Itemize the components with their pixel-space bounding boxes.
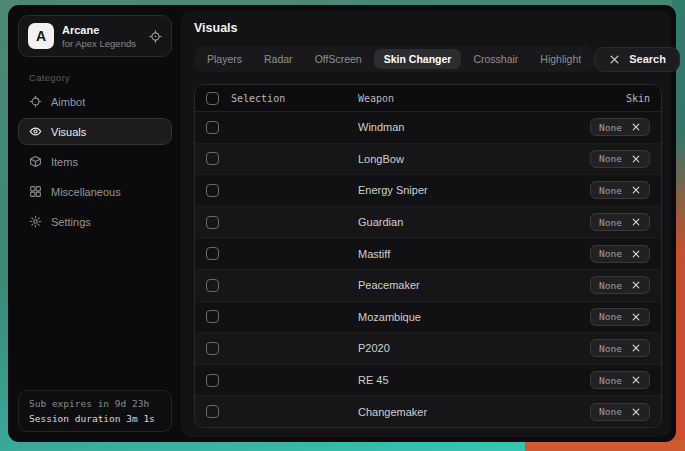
row-checkbox[interactable]	[206, 342, 219, 355]
table-header-row: Selection Weapon Skin	[195, 85, 661, 112]
sidebar-nav: Aimbot Visuals Items Miscellaneous Setti…	[18, 88, 172, 235]
skin-badge[interactable]: None	[590, 339, 650, 357]
sidebar-item-label: Aimbot	[51, 96, 85, 108]
column-header-weapon: Weapon	[358, 93, 626, 104]
column-header-skin: Skin	[626, 93, 650, 104]
weapon-name: Guardian	[358, 216, 403, 228]
app-name: Arcane	[62, 24, 141, 36]
table-row[interactable]: RE 45 None	[195, 364, 661, 396]
tab-bar: PlayersRadarOffScreenSkin ChangerCrossha…	[194, 46, 594, 72]
skin-value: None	[599, 217, 622, 228]
clear-skin-icon[interactable]	[631, 185, 641, 195]
clear-skin-icon[interactable]	[631, 312, 641, 322]
box-icon	[29, 155, 42, 168]
table-row[interactable]: Peacemaker None	[195, 269, 661, 301]
tab-highlight[interactable]: Highlight	[530, 49, 591, 69]
table-row[interactable]: Mozambique None	[195, 301, 661, 333]
row-checkbox[interactable]	[206, 121, 219, 134]
table-row[interactable]: Changemaker None	[195, 395, 661, 427]
skin-badge[interactable]: None	[590, 308, 650, 326]
row-checkbox[interactable]	[206, 310, 219, 323]
row-checkbox[interactable]	[206, 405, 219, 418]
skin-value: None	[599, 375, 622, 386]
sub-expiry-text: Sub expires in 9d 23h	[29, 398, 161, 409]
select-all-checkbox[interactable]	[206, 92, 219, 105]
skin-badge[interactable]: None	[590, 371, 650, 389]
toolbar: PlayersRadarOffScreenSkin ChangerCrossha…	[194, 46, 662, 72]
skin-badge[interactable]: None	[590, 150, 650, 168]
table-row[interactable]: Energy Sniper None	[195, 174, 661, 206]
skin-value: None	[599, 280, 622, 291]
skin-badge[interactable]: None	[590, 276, 650, 294]
sidebar-item-miscellaneous[interactable]: Miscellaneous	[18, 178, 172, 205]
app-logo: A	[28, 23, 54, 49]
sidebar-item-label: Visuals	[51, 126, 86, 138]
clear-skin-icon[interactable]	[631, 375, 641, 385]
gear-icon	[29, 215, 42, 228]
column-header-selection: Selection	[231, 93, 285, 104]
skin-value: None	[599, 406, 622, 417]
tab-skin-changer[interactable]: Skin Changer	[374, 49, 462, 69]
search-icon	[608, 53, 621, 66]
sidebar-item-aimbot[interactable]: Aimbot	[18, 88, 172, 115]
skin-value: None	[599, 343, 622, 354]
skin-badge[interactable]: None	[590, 181, 650, 199]
row-checkbox[interactable]	[206, 279, 219, 292]
tab-players[interactable]: Players	[197, 49, 252, 69]
sidebar-item-visuals[interactable]: Visuals	[18, 118, 172, 145]
table-body: Windman None LongBow None Energy Sniper …	[195, 112, 661, 427]
table-row[interactable]: Windman None	[195, 112, 661, 143]
eye-icon	[29, 125, 42, 138]
clear-skin-icon[interactable]	[631, 154, 641, 164]
search-button-label: Search	[629, 53, 666, 65]
tab-crosshair[interactable]: Crosshair	[463, 49, 528, 69]
clear-skin-icon[interactable]	[631, 343, 641, 353]
tab-offscreen[interactable]: OffScreen	[305, 49, 372, 69]
weapon-name: Changemaker	[358, 406, 427, 418]
search-button[interactable]: Search	[594, 47, 680, 72]
session-duration-text: Session duration 3m 1s	[29, 413, 161, 424]
main-panel: Visuals PlayersRadarOffScreenSkin Change…	[181, 10, 671, 437]
sidebar-item-label: Settings	[51, 216, 91, 228]
weapon-name: RE 45	[358, 374, 389, 386]
app-window: A Arcane for Apex Legends Category Aimbo…	[8, 5, 676, 442]
table-row[interactable]: Mastiff None	[195, 237, 661, 269]
row-checkbox[interactable]	[206, 152, 219, 165]
row-checkbox[interactable]	[206, 247, 219, 260]
clear-skin-icon[interactable]	[631, 280, 641, 290]
weapon-name: Peacemaker	[358, 279, 420, 291]
skin-badge[interactable]: None	[590, 213, 650, 231]
weapon-name: Mastiff	[358, 248, 390, 260]
table-row[interactable]: Guardian None	[195, 206, 661, 238]
skin-badge[interactable]: None	[590, 403, 650, 421]
clear-skin-icon[interactable]	[631, 122, 641, 132]
skin-value: None	[599, 122, 622, 133]
tab-radar[interactable]: Radar	[254, 49, 303, 69]
app-titles: Arcane for Apex Legends	[62, 24, 141, 49]
clear-skin-icon[interactable]	[631, 407, 641, 417]
row-checkbox[interactable]	[206, 374, 219, 387]
weapon-name: Mozambique	[358, 311, 421, 323]
sidebar-item-settings[interactable]: Settings	[18, 208, 172, 235]
row-checkbox[interactable]	[206, 184, 219, 197]
table-row[interactable]: LongBow None	[195, 143, 661, 175]
skin-changer-table: Selection Weapon Skin Windman None LongB…	[194, 84, 662, 428]
table-row[interactable]: P2020 None	[195, 332, 661, 364]
target-icon[interactable]	[149, 30, 162, 43]
sidebar-item-label: Miscellaneous	[51, 186, 121, 198]
skin-badge[interactable]: None	[590, 245, 650, 263]
clear-skin-icon[interactable]	[631, 249, 641, 259]
skin-value: None	[599, 153, 622, 164]
sidebar-item-items[interactable]: Items	[18, 148, 172, 175]
weapon-name: Energy Sniper	[358, 184, 428, 196]
clear-skin-icon[interactable]	[631, 217, 641, 227]
skin-badge[interactable]: None	[590, 118, 650, 136]
weapon-name: LongBow	[358, 153, 404, 165]
sidebar-item-label: Items	[51, 156, 78, 168]
skin-value: None	[599, 248, 622, 259]
row-checkbox[interactable]	[206, 216, 219, 229]
category-label: Category	[29, 72, 172, 83]
crosshair-icon	[29, 95, 42, 108]
session-info-card: Sub expires in 9d 23h Session duration 3…	[18, 390, 172, 432]
weapon-name: P2020	[358, 342, 390, 354]
